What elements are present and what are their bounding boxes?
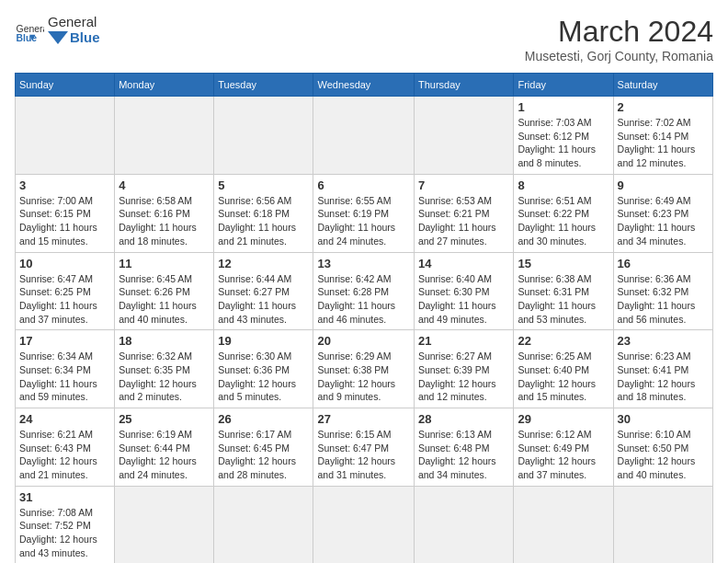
calendar-cell: 9Sunrise: 6:49 AM Sunset: 6:23 PM Daylig… (613, 174, 712, 252)
calendar-week-row: 3Sunrise: 7:00 AM Sunset: 6:15 PM Daylig… (16, 174, 713, 252)
day-number: 4 (119, 178, 210, 192)
day-info: Sunrise: 6:12 AM Sunset: 6:49 PM Dayligh… (518, 428, 609, 482)
day-number: 16 (618, 257, 709, 270)
day-number: 11 (119, 257, 210, 270)
calendar-cell: 15Sunrise: 6:38 AM Sunset: 6:31 PM Dayli… (514, 252, 613, 330)
day-info: Sunrise: 6:47 AM Sunset: 6:25 PM Dayligh… (19, 272, 110, 327)
calendar-cell (115, 97, 214, 175)
logo-general: General (48, 15, 100, 30)
weekday-header-row: SundayMondayTuesdayWednesdayThursdayFrid… (16, 74, 713, 97)
calendar-week-row: 10Sunrise: 6:47 AM Sunset: 6:25 PM Dayli… (16, 252, 713, 330)
day-info: Sunrise: 6:38 AM Sunset: 6:31 PM Dayligh… (518, 272, 609, 327)
calendar-cell: 26Sunrise: 6:17 AM Sunset: 6:45 PM Dayli… (214, 408, 313, 487)
calendar-cell: 21Sunrise: 6:27 AM Sunset: 6:39 PM Dayli… (414, 330, 514, 408)
calendar-cell: 11Sunrise: 6:45 AM Sunset: 6:26 PM Dayli… (115, 252, 214, 330)
calendar-cell: 7Sunrise: 6:53 AM Sunset: 6:21 PM Daylig… (414, 174, 514, 252)
calendar-cell: 22Sunrise: 6:25 AM Sunset: 6:40 PM Dayli… (514, 330, 613, 408)
calendar-cell (313, 97, 414, 175)
calendar-cell: 13Sunrise: 6:42 AM Sunset: 6:28 PM Dayli… (313, 252, 414, 330)
day-number: 28 (418, 412, 510, 426)
day-info: Sunrise: 6:19 AM Sunset: 6:44 PM Dayligh… (119, 428, 210, 482)
location-subtitle: Musetesti, Gorj County, Romania (525, 49, 713, 63)
day-number: 20 (317, 334, 409, 348)
day-info: Sunrise: 6:21 AM Sunset: 6:43 PM Dayligh… (19, 428, 110, 482)
day-info: Sunrise: 6:25 AM Sunset: 6:40 PM Dayligh… (518, 350, 609, 404)
day-number: 2 (618, 100, 709, 114)
month-title: March 2024 (525, 15, 713, 49)
day-info: Sunrise: 6:49 AM Sunset: 6:23 PM Dayligh… (618, 194, 709, 248)
weekday-header-thursday: Thursday (414, 74, 514, 97)
calendar-cell: 18Sunrise: 6:32 AM Sunset: 6:35 PM Dayli… (115, 330, 214, 408)
calendar-cell: 8Sunrise: 6:51 AM Sunset: 6:22 PM Daylig… (514, 174, 613, 252)
calendar-week-row: 31Sunrise: 7:08 AM Sunset: 7:52 PM Dayli… (16, 486, 713, 563)
day-number: 5 (218, 178, 309, 192)
day-number: 19 (218, 334, 309, 348)
day-info: Sunrise: 7:08 AM Sunset: 7:52 PM Dayligh… (19, 506, 110, 560)
day-number: 6 (317, 178, 409, 192)
calendar-cell: 14Sunrise: 6:40 AM Sunset: 6:30 PM Dayli… (414, 252, 514, 330)
day-number: 18 (119, 334, 210, 348)
svg-marker-3 (48, 31, 68, 44)
calendar-cell: 30Sunrise: 6:10 AM Sunset: 6:50 PM Dayli… (613, 408, 712, 487)
day-info: Sunrise: 7:03 AM Sunset: 6:12 PM Dayligh… (518, 116, 609, 170)
calendar-cell: 10Sunrise: 6:47 AM Sunset: 6:25 PM Dayli… (16, 252, 115, 330)
logo-blue-triangle (48, 31, 68, 44)
calendar-cell (613, 486, 712, 563)
page-header: General Blue General Blue March 2024 Mus… (15, 15, 713, 63)
day-info: Sunrise: 6:17 AM Sunset: 6:45 PM Dayligh… (218, 428, 309, 482)
day-info: Sunrise: 6:10 AM Sunset: 6:50 PM Dayligh… (618, 428, 709, 482)
calendar-cell: 2Sunrise: 7:02 AM Sunset: 6:14 PM Daylig… (613, 97, 712, 175)
generalblue-logo-icon: General Blue (15, 16, 44, 45)
day-number: 12 (218, 257, 309, 270)
day-number: 21 (418, 334, 510, 348)
logo-blue: Blue (70, 30, 100, 46)
day-info: Sunrise: 6:56 AM Sunset: 6:18 PM Dayligh… (218, 194, 309, 248)
calendar-cell: 17Sunrise: 6:34 AM Sunset: 6:34 PM Dayli… (16, 330, 115, 408)
calendar-cell: 16Sunrise: 6:36 AM Sunset: 6:32 PM Dayli… (613, 252, 712, 330)
calendar-cell: 6Sunrise: 6:55 AM Sunset: 6:19 PM Daylig… (313, 174, 414, 252)
svg-text:General: General (17, 23, 44, 33)
calendar-table: SundayMondayTuesdayWednesdayThursdayFrid… (15, 73, 713, 563)
calendar-cell: 12Sunrise: 6:44 AM Sunset: 6:27 PM Dayli… (214, 252, 313, 330)
calendar-cell: 19Sunrise: 6:30 AM Sunset: 6:36 PM Dayli… (214, 330, 313, 408)
weekday-header-sunday: Sunday (16, 74, 115, 97)
calendar-cell (514, 486, 613, 563)
day-number: 8 (518, 178, 609, 192)
day-info: Sunrise: 6:58 AM Sunset: 6:16 PM Dayligh… (119, 194, 210, 248)
calendar-cell: 31Sunrise: 7:08 AM Sunset: 7:52 PM Dayli… (16, 486, 115, 563)
calendar-cell (214, 486, 313, 563)
calendar-cell (414, 486, 514, 563)
day-number: 13 (317, 257, 409, 270)
day-number: 17 (19, 334, 110, 348)
day-info: Sunrise: 6:55 AM Sunset: 6:19 PM Dayligh… (317, 194, 409, 248)
day-info: Sunrise: 6:27 AM Sunset: 6:39 PM Dayligh… (418, 350, 510, 404)
title-area: March 2024 Musetesti, Gorj County, Roman… (525, 15, 713, 63)
day-info: Sunrise: 6:13 AM Sunset: 6:48 PM Dayligh… (418, 428, 510, 482)
calendar-cell (115, 486, 214, 563)
calendar-cell: 3Sunrise: 7:00 AM Sunset: 6:15 PM Daylig… (16, 174, 115, 252)
logo: General Blue General Blue (15, 15, 100, 45)
day-info: Sunrise: 6:44 AM Sunset: 6:27 PM Dayligh… (218, 272, 309, 327)
day-number: 31 (19, 490, 110, 504)
day-info: Sunrise: 6:34 AM Sunset: 6:34 PM Dayligh… (19, 350, 110, 404)
day-number: 3 (19, 178, 110, 192)
day-number: 25 (119, 412, 210, 426)
day-info: Sunrise: 6:40 AM Sunset: 6:30 PM Dayligh… (418, 272, 510, 327)
weekday-header-saturday: Saturday (613, 74, 712, 97)
day-info: Sunrise: 6:42 AM Sunset: 6:28 PM Dayligh… (317, 272, 409, 327)
day-info: Sunrise: 6:29 AM Sunset: 6:38 PM Dayligh… (317, 350, 409, 404)
day-number: 14 (418, 257, 510, 270)
day-number: 10 (19, 257, 110, 270)
day-number: 29 (518, 412, 609, 426)
day-info: Sunrise: 6:32 AM Sunset: 6:35 PM Dayligh… (119, 350, 210, 404)
day-info: Sunrise: 6:53 AM Sunset: 6:21 PM Dayligh… (418, 194, 510, 248)
day-number: 15 (518, 257, 609, 270)
day-number: 22 (518, 334, 609, 348)
day-info: Sunrise: 6:45 AM Sunset: 6:26 PM Dayligh… (119, 272, 210, 327)
calendar-cell: 1Sunrise: 7:03 AM Sunset: 6:12 PM Daylig… (514, 97, 613, 175)
day-number: 26 (218, 412, 309, 426)
day-number: 30 (618, 412, 709, 426)
calendar-cell: 5Sunrise: 6:56 AM Sunset: 6:18 PM Daylig… (214, 174, 313, 252)
day-info: Sunrise: 6:23 AM Sunset: 6:41 PM Dayligh… (618, 350, 709, 404)
calendar-cell (414, 97, 514, 175)
